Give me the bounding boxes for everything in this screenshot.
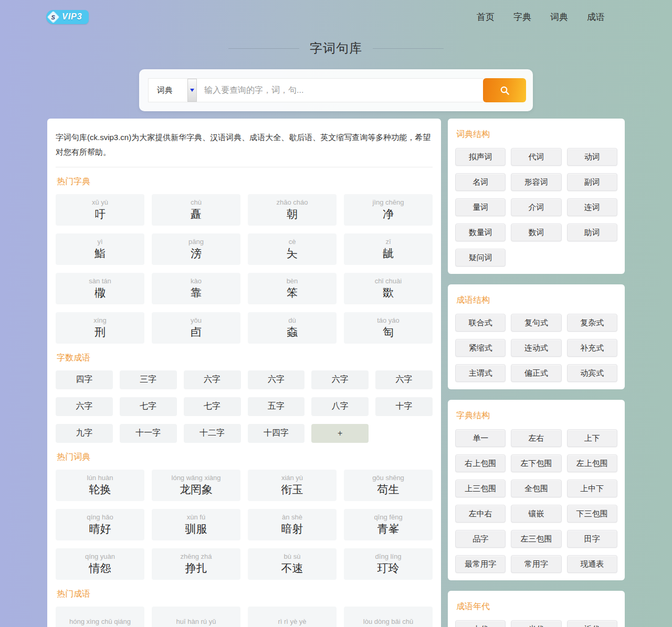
word-count-button[interactable]: 十字: [375, 397, 433, 416]
hot-cidian-tile[interactable]: lún huàn轮换: [56, 470, 144, 501]
cidian-jiegou-button[interactable]: 疑问词: [455, 249, 506, 267]
hot-zidian-tile[interactable]: sàn tán橵: [56, 273, 144, 304]
hot-chengyu-tile[interactable]: rì rì yè yè: [248, 607, 337, 627]
hot-cidian-tile[interactable]: xùn fú驯服: [152, 509, 240, 540]
word-count-button[interactable]: 九字: [56, 424, 113, 443]
cidian-jiegou-button[interactable]: 名词: [455, 173, 506, 191]
hot-zidian-tile[interactable]: xíng刑: [56, 312, 144, 344]
nav-item-home[interactable]: 首页: [477, 11, 495, 23]
cidian-jiegou-button[interactable]: 连词: [567, 198, 617, 216]
hot-zidian-tile[interactable]: dù螙: [248, 312, 337, 344]
more-button[interactable]: +: [311, 424, 369, 443]
zidian-jiegou-button[interactable]: 左上包围: [567, 454, 617, 472]
zidian-jiegou-button[interactable]: 现通表: [567, 555, 617, 573]
hot-zidian-tile[interactable]: zhāo cháo朝: [248, 194, 337, 226]
word-count-button[interactable]: 六字: [248, 370, 305, 389]
hot-cidian-tile[interactable]: qíng hǎo晴好: [56, 509, 144, 540]
zidian-jiegou-button[interactable]: 右上包围: [455, 454, 506, 472]
chengyu-jiegou-button[interactable]: 紧缩式: [455, 339, 506, 357]
chengyu-jiegou-button[interactable]: 补充式: [567, 339, 617, 357]
hot-zidian-tile[interactable]: pāng滂: [152, 233, 240, 265]
hot-zidian-tile[interactable]: táo yáo匋: [344, 312, 433, 344]
chengyu-jiegou-button[interactable]: 联合式: [455, 314, 506, 332]
chengyu-jiegou-button[interactable]: 复杂式: [567, 314, 617, 332]
cidian-jiegou-button[interactable]: 介词: [511, 198, 561, 216]
word-count-button[interactable]: 十二字: [184, 424, 241, 443]
word-count-button[interactable]: 六字: [184, 370, 241, 389]
hot-zidian-tile[interactable]: xū yù吁: [56, 194, 144, 226]
hot-cidian-tile[interactable]: zhēng zhá挣扎: [152, 548, 240, 580]
cidian-jiegou-button[interactable]: 数量词: [455, 224, 506, 241]
word-count-button[interactable]: 六字: [311, 370, 369, 389]
cidian-jiegou-button[interactable]: 量词: [455, 198, 506, 216]
zidian-jiegou-button[interactable]: 左下包围: [511, 454, 561, 472]
hot-cidian-tile[interactable]: xián yù衔玉: [248, 470, 337, 501]
hot-cidian-tile[interactable]: dīng líng玎玲: [344, 548, 433, 580]
search-category-select[interactable]: 词典: [149, 79, 197, 102]
hot-zidian-tile[interactable]: kào靠: [152, 273, 240, 304]
word-count-button[interactable]: 四字: [56, 370, 113, 389]
hot-chengyu-tile[interactable]: lòu dòng bǎi chū: [344, 607, 433, 627]
chengyu-jiegou-button[interactable]: 偏正式: [511, 364, 561, 382]
hot-cidian-tile[interactable]: gǒu shēng苟生: [344, 470, 433, 501]
zidian-jiegou-button[interactable]: 上下: [567, 429, 617, 447]
hot-cidian-tile[interactable]: qīng fēng青峯: [344, 509, 433, 540]
cidian-jiegou-button[interactable]: 拟声词: [455, 148, 506, 166]
zidian-jiegou-button[interactable]: 田字: [567, 530, 617, 548]
word-count-button[interactable]: 三字: [120, 370, 177, 389]
word-count-button[interactable]: 八字: [311, 397, 369, 416]
zidian-jiegou-button[interactable]: 最常用字: [455, 555, 506, 573]
zidian-jiegou-button[interactable]: 全包围: [511, 480, 561, 497]
zidian-jiegou-button[interactable]: 下三包围: [567, 505, 617, 523]
hot-zidian-tile[interactable]: chǐ chuài欼: [344, 273, 433, 304]
hot-zidian-tile[interactable]: yì鮨: [56, 233, 144, 265]
site-logo[interactable]: S VIP3: [46, 10, 89, 24]
chengyu-jiegou-button[interactable]: 连动式: [511, 339, 561, 357]
hot-cidian-tile[interactable]: àn shè暗射: [248, 509, 337, 540]
zidian-jiegou-button[interactable]: 单一: [455, 429, 506, 447]
hot-zidian-tile[interactable]: yǒu卣: [152, 312, 240, 344]
zidian-jiegou-button[interactable]: 常用字: [511, 555, 561, 573]
search-button[interactable]: [483, 78, 526, 102]
word-count-button[interactable]: 五字: [248, 397, 305, 416]
hot-cidian-tile[interactable]: qíng yuàn情怨: [56, 548, 144, 580]
cidian-jiegou-button[interactable]: 代词: [511, 148, 561, 166]
chengyu-niandai-button[interactable]: 古代: [455, 620, 506, 627]
word-count-button[interactable]: 七字: [120, 397, 177, 416]
hot-chengyu-tile[interactable]: hóng xìng chū qiáng: [56, 607, 144, 627]
hot-cidian-tile[interactable]: lóng wǎng xiàng龙罔象: [152, 470, 240, 501]
zidian-jiegou-button[interactable]: 左右: [511, 429, 561, 447]
nav-item-cidian[interactable]: 词典: [550, 11, 568, 23]
zidian-jiegou-button[interactable]: 上三包围: [455, 480, 506, 497]
zidian-jiegou-button[interactable]: 上中下: [567, 480, 617, 497]
hot-zidian-tile[interactable]: bèn笨: [248, 273, 337, 304]
hot-cidian-tile[interactable]: bù sù不速: [248, 548, 337, 580]
chengyu-jiegou-button[interactable]: 主谓式: [455, 364, 506, 382]
cidian-jiegou-button[interactable]: 动词: [567, 148, 617, 166]
chengyu-jiegou-button[interactable]: 复句式: [511, 314, 561, 332]
word-count-button[interactable]: 六字: [375, 370, 433, 389]
cidian-jiegou-button[interactable]: 数词: [511, 224, 561, 241]
word-count-button[interactable]: 十一字: [120, 424, 177, 443]
nav-item-chengyu[interactable]: 成语: [587, 11, 605, 23]
hot-zidian-tile[interactable]: cè夨: [248, 233, 337, 265]
zidian-jiegou-button[interactable]: 品字: [455, 530, 506, 548]
zidian-jiegou-button[interactable]: 左中右: [455, 505, 506, 523]
chengyu-niandai-button[interactable]: 当代: [511, 620, 561, 627]
zidian-jiegou-button[interactable]: 左三包围: [511, 530, 561, 548]
cidian-jiegou-button[interactable]: 副词: [567, 173, 617, 191]
search-input[interactable]: [197, 79, 483, 102]
hot-chengyu-tile[interactable]: huī hàn rú yǔ: [152, 607, 240, 627]
chevron-down-icon[interactable]: [187, 79, 197, 102]
word-count-button[interactable]: 六字: [56, 397, 113, 416]
nav-item-zidian[interactable]: 字典: [513, 11, 531, 23]
cidian-jiegou-button[interactable]: 助词: [567, 224, 617, 241]
word-count-button[interactable]: 十四字: [248, 424, 305, 443]
word-count-button[interactable]: 七字: [184, 397, 241, 416]
chengyu-jiegou-button[interactable]: 动宾式: [567, 364, 617, 382]
hot-zidian-tile[interactable]: chù矗: [152, 194, 240, 226]
hot-zidian-tile[interactable]: zī龇: [344, 233, 433, 265]
chengyu-niandai-button[interactable]: 近代: [567, 620, 617, 627]
zidian-jiegou-button[interactable]: 镶嵌: [511, 505, 561, 523]
hot-zidian-tile[interactable]: jìng chēng净: [344, 194, 433, 226]
